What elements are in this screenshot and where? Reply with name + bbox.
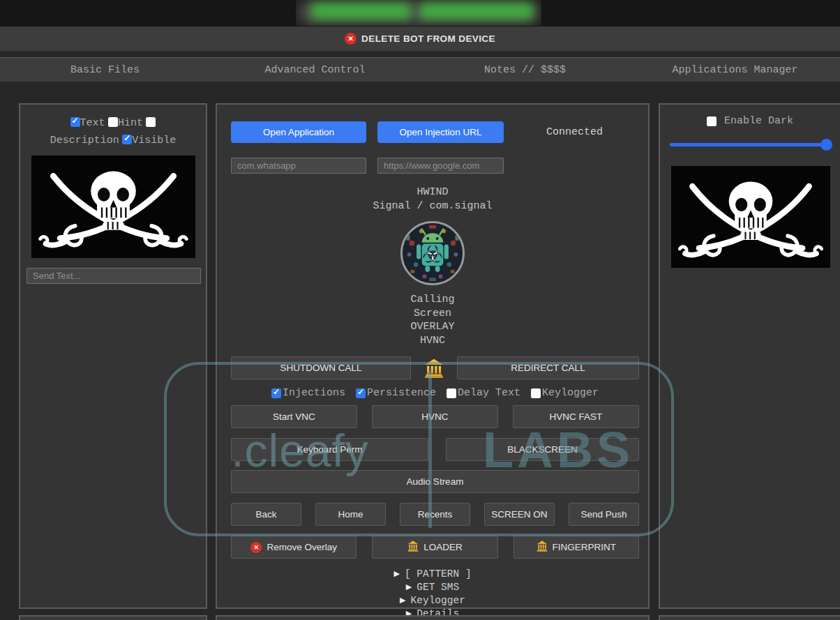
bot-avatar-image: ☣	[400, 221, 465, 285]
option-checkboxes-row: Injections Persistence Delay Text Keylog…	[217, 387, 648, 399]
action-buttons-row: ✕ Remove Overlay LOADER FINGERPRINT	[217, 536, 648, 559]
open-injection-url-button[interactable]: Open Injection URL	[377, 121, 504, 143]
delete-bot-button[interactable]: ✕ DELETE BOT FROM DEVICE	[345, 33, 495, 45]
bottom-panel-stub	[216, 615, 650, 620]
open-actions-row: Open Application Open Injection URL Conn…	[217, 121, 648, 143]
keylogger-checkbox-label: Keylogger	[542, 387, 599, 399]
redacted-button-2[interactable]	[420, 3, 533, 19]
fingerprint-label: FINGERPRINT	[553, 542, 617, 552]
left-panel: Text Hint Description Visible	[19, 103, 207, 609]
app-package-input[interactable]	[231, 158, 366, 174]
nav-buttons-row: Back Home Recents SCREEN ON Send Push	[217, 503, 648, 526]
hint-checkbox[interactable]	[108, 117, 118, 127]
control-panel-page: ✕ DELETE BOT FROM DEVICE Basic Files Adv…	[0, 0, 840, 620]
description-checkbox-label: Description	[50, 135, 119, 146]
triangle-icon: ▶	[400, 596, 405, 605]
persistence-label: Persistence	[367, 387, 436, 399]
bank-icon	[407, 540, 419, 554]
tab-applications-manager[interactable]: Applications Manager	[630, 64, 840, 76]
loader-button[interactable]: LOADER	[372, 536, 497, 559]
secondary-buttons-row: Keyboard Perm BLACKSCREEN	[217, 438, 648, 461]
expander-keylogger[interactable]: ▶ Keylogger	[217, 593, 648, 607]
home-button[interactable]: Home	[315, 503, 386, 526]
tab-advanced-control[interactable]: Advanced Control	[210, 64, 420, 76]
tab-basic-files[interactable]: Basic Files	[0, 64, 210, 76]
triangle-icon: ▶	[393, 569, 399, 578]
start-vnc-button[interactable]: Start VNC	[231, 405, 357, 428]
enable-dark-label: Enable Dark	[724, 115, 793, 127]
connection-status: Connected	[546, 126, 639, 138]
x-circle-icon: ✕	[250, 542, 262, 553]
loader-label: LOADER	[423, 542, 463, 552]
state-line-overlay: OVERLAY	[217, 320, 648, 334]
persistence-checkbox[interactable]	[356, 388, 366, 398]
injection-url-input[interactable]	[377, 158, 504, 174]
enable-dark-row: Enable Dark	[660, 115, 840, 127]
device-info: HWIND Signal / com.signal	[217, 186, 648, 213]
redirect-call-button[interactable]: REDIRECT CALL	[457, 356, 639, 379]
keylogger-checkbox[interactable]	[531, 388, 541, 398]
audio-stream-button[interactable]: Audio Stream	[231, 470, 639, 493]
expander-list: ▶ [ PATTERN ] ▶ GET SMS ▶ Keylogger ▶ De…	[217, 567, 648, 620]
description-checkbox[interactable]	[146, 117, 156, 127]
open-inputs-row	[217, 158, 648, 174]
foreground-app: Signal / com.signal	[217, 199, 648, 213]
injections-checkbox[interactable]	[271, 388, 281, 398]
overlay-field-checkboxes: Text Hint Description Visible	[28, 114, 198, 149]
shutdown-call-button[interactable]: SHUTDOWN CALL	[231, 356, 411, 379]
visible-checkbox-label: Visible	[132, 135, 176, 146]
open-application-button[interactable]: Open Application	[231, 121, 366, 143]
biohazard-icon: ☣	[422, 242, 442, 267]
tab-notes[interactable]: Notes // $$$$	[420, 64, 630, 76]
pirate-flag-image	[671, 166, 830, 268]
back-button[interactable]: Back	[231, 503, 301, 526]
text-checkbox[interactable]	[70, 117, 80, 127]
pirate-flag-image	[31, 156, 195, 258]
bot-state-lines: Calling Screen OVERLAY HVNC	[217, 293, 648, 347]
x-circle-icon: ✕	[345, 33, 357, 45]
keyboard-perm-button[interactable]: Keyboard Perm	[231, 438, 428, 461]
slider-fill	[670, 143, 830, 146]
hint-checkbox-label: Hint	[118, 117, 143, 129]
device-name: HWIND	[217, 186, 648, 199]
expander-pattern[interactable]: ▶ [ PATTERN ]	[217, 567, 648, 580]
redacted-header-buttons	[296, 0, 541, 26]
state-line-hvnc: HVNC	[217, 334, 648, 348]
vnc-buttons-row: Start VNC HVNC HVNC FAST	[217, 405, 648, 428]
injections-label: Injections	[283, 387, 345, 399]
delete-bot-label: DELETE BOT FROM DEVICE	[361, 33, 495, 44]
delay-text-label: Delay Text	[458, 387, 520, 399]
slider-thumb[interactable]	[820, 139, 832, 151]
delay-text-checkbox[interactable]	[447, 388, 456, 398]
remove-overlay-button[interactable]: ✕ Remove Overlay	[231, 536, 357, 559]
enable-dark-checkbox[interactable]	[707, 116, 717, 126]
screen-on-button[interactable]: SCREEN ON	[484, 503, 555, 526]
bottom-panel-stub	[19, 615, 207, 620]
recents-button[interactable]: Recents	[400, 503, 470, 526]
expander-get-sms[interactable]: ▶ GET SMS	[217, 580, 648, 593]
redacted-button-1[interactable]	[311, 3, 410, 19]
blackscreen-button[interactable]: BLACKSCREEN	[446, 438, 639, 461]
fingerprint-button[interactable]: FINGERPRINT	[513, 536, 639, 559]
remove-overlay-label: Remove Overlay	[267, 542, 337, 552]
send-push-button[interactable]: Send Push	[569, 503, 639, 526]
hvnc-button[interactable]: HVNC	[372, 405, 498, 428]
text-checkbox-label: Text	[80, 117, 105, 129]
triangle-icon: ▶	[406, 582, 412, 591]
bank-icon	[537, 540, 548, 554]
visible-checkbox[interactable]	[122, 135, 132, 144]
top-strip	[0, 0, 840, 27]
bank-icon	[411, 358, 457, 378]
hvnc-fast-button[interactable]: HVNC FAST	[513, 405, 639, 428]
state-line-calling: Calling	[217, 293, 648, 307]
right-panel: Enable Dark	[659, 103, 840, 609]
send-text-input[interactable]	[27, 268, 201, 284]
call-controls-row: SHUTDOWN CALL REDIRECT CALL	[217, 356, 648, 379]
delete-bot-bar: ✕ DELETE BOT FROM DEVICE	[0, 27, 840, 51]
center-panel: Open Application Open Injection URL Conn…	[216, 103, 650, 609]
dark-opacity-slider[interactable]	[670, 139, 830, 151]
tab-bar: Basic Files Advanced Control Notes // $$…	[0, 57, 840, 82]
audio-row: Audio Stream	[217, 470, 648, 493]
bottom-panel-stub	[659, 615, 840, 620]
state-line-screen: Screen	[217, 307, 648, 321]
